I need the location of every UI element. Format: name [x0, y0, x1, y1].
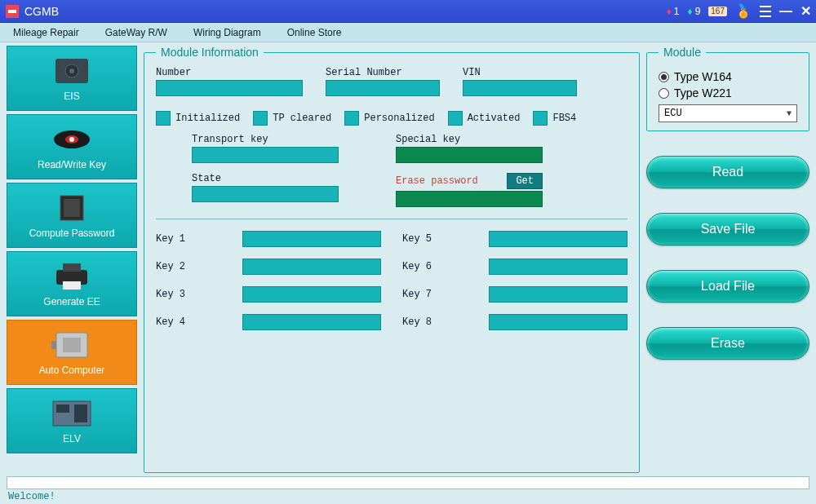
key-4-field	[242, 314, 381, 330]
sidebar-item-label: EIS	[64, 91, 79, 102]
serial-number-field	[326, 80, 440, 96]
app-icon	[5, 4, 20, 19]
radio-type-w221[interactable]: Type W221	[659, 86, 797, 99]
get-button[interactable]: Get	[507, 173, 543, 189]
flag-activated: Activated	[448, 111, 521, 126]
checkbox-icon	[253, 111, 268, 126]
key-1-field	[242, 231, 381, 247]
sidebar-item-generate-ee[interactable]: Generate EE	[7, 251, 137, 316]
sidebar-item-label: Generate EE	[43, 296, 100, 307]
key-1-label: Key 1	[156, 233, 221, 245]
chevron-down-icon: ▼	[787, 109, 792, 118]
key-5-field	[489, 231, 628, 247]
module-panel: Module Type W164 Type W221 ECU ▼	[646, 46, 809, 131]
module-information-panel: Module Information Number Serial Number …	[144, 46, 640, 473]
erase-password-label: Erase password	[396, 175, 478, 187]
sidebar-item-read-write-key[interactable]: Read/Write Key	[7, 114, 137, 179]
sidebar-item-label: Auto Computer	[39, 365, 105, 376]
key-3-field	[242, 286, 381, 303]
sidebar-item-compute-password[interactable]: Compute Password	[7, 183, 137, 248]
special-key-field	[396, 147, 543, 163]
menu-bar: Mileage Repair GateWay R/W Wiring Diagra…	[0, 23, 816, 42]
svg-point-7	[69, 137, 74, 142]
calendar-badge: 167	[708, 7, 727, 16]
svg-rect-17	[56, 405, 69, 413]
key-6-field	[489, 259, 628, 275]
minimize-button[interactable]: —	[779, 4, 792, 19]
flag-tp-cleared: TP cleared	[253, 111, 331, 126]
key-8-field	[489, 314, 628, 330]
sidebar-item-label: Compute Password	[29, 228, 115, 239]
close-button[interactable]: ✕	[800, 3, 811, 19]
save-file-button[interactable]: Save File	[646, 213, 809, 245]
state-label: State	[192, 173, 339, 184]
checkbox-icon	[533, 111, 548, 126]
load-file-button[interactable]: Load File	[646, 270, 809, 303]
hamburger-icon[interactable]	[760, 4, 771, 19]
menu-wiring-diagram[interactable]: Wiring Diagram	[193, 27, 261, 38]
sidebar: EIS Read/Write Key Compute Password Gene…	[7, 46, 137, 473]
sidebar-item-label: Read/Write Key	[38, 159, 106, 170]
key-5-label: Key 5	[402, 233, 468, 245]
divider	[156, 219, 628, 219]
title-bar: CGMB ♦1 ♦9 167 🏅 — ✕	[0, 0, 816, 23]
svg-rect-15	[51, 341, 56, 349]
app-title: CGMB	[24, 5, 59, 18]
menu-online-store[interactable]: Online Store	[287, 27, 342, 38]
checkbox-icon	[156, 111, 171, 126]
key-4-label: Key 4	[156, 316, 221, 328]
sidebar-item-eis[interactable]: EIS	[7, 46, 137, 111]
radio-label: Type W164	[674, 70, 732, 83]
transport-key-label: Transport key	[192, 134, 339, 145]
serial-number-label: Serial Number	[326, 67, 440, 78]
module-panel-legend: Module	[659, 46, 706, 59]
radio-icon	[659, 88, 669, 99]
key-8-label: Key 8	[402, 316, 468, 328]
radio-icon	[659, 72, 669, 82]
radio-label: Type W221	[674, 86, 732, 99]
svg-rect-1	[8, 10, 16, 13]
read-button[interactable]: Read	[646, 156, 809, 188]
key-3-label: Key 3	[156, 289, 221, 300]
key-fob-icon	[49, 123, 95, 156]
key-7-field	[489, 286, 628, 303]
radio-type-w164[interactable]: Type W164	[659, 70, 797, 83]
menu-gateway-rw[interactable]: GateWay R/W	[105, 27, 167, 38]
gem-red-count: 1	[674, 6, 680, 17]
checkbox-icon	[448, 111, 463, 126]
flag-personalized: Personalized	[344, 111, 434, 126]
vin-label: VIN	[463, 67, 577, 78]
dropdown-value: ECU	[664, 108, 682, 119]
number-field	[156, 80, 303, 96]
vin-field	[463, 80, 577, 96]
titlebar-status: ♦1 ♦9 167 🏅	[667, 3, 752, 19]
safe-icon	[49, 55, 95, 87]
gem-red-icon: ♦	[667, 6, 672, 17]
transport-key-field	[192, 147, 339, 163]
medal-icon: 🏅	[735, 3, 752, 19]
key-6-label: Key 6	[402, 261, 468, 272]
svg-rect-9	[64, 199, 80, 217]
ecu-icon	[49, 329, 95, 361]
state-field	[192, 186, 339, 202]
sidebar-item-auto-computer[interactable]: Auto Computer	[7, 320, 137, 385]
special-key-label: Special key	[396, 134, 543, 145]
gem-green-icon: ♦	[688, 6, 693, 17]
printer-icon	[49, 260, 95, 293]
svg-point-4	[69, 69, 74, 73]
flag-initialized: Initialized	[156, 111, 240, 126]
menu-mileage-repair[interactable]: Mileage Repair	[13, 27, 79, 38]
key-2-field	[242, 259, 381, 275]
svg-rect-11	[63, 263, 81, 272]
erase-button[interactable]: Erase	[646, 327, 809, 360]
board-icon	[49, 397, 95, 430]
sidebar-item-label: ELV	[63, 433, 81, 444]
module-information-legend: Module Information	[156, 46, 264, 59]
svg-rect-12	[63, 281, 81, 290]
module-dropdown[interactable]: ECU ▼	[659, 104, 797, 122]
erase-password-field	[396, 191, 543, 207]
key-2-label: Key 2	[156, 261, 221, 272]
checkbox-icon	[344, 111, 359, 126]
sidebar-item-elv[interactable]: ELV	[7, 388, 137, 453]
status-text: Welcome!	[7, 489, 809, 502]
